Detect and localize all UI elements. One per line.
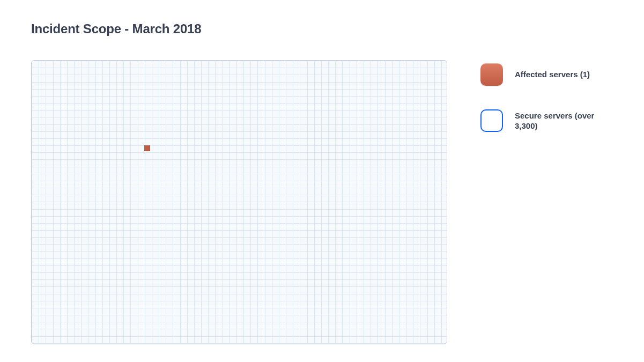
legend-swatch-secure bbox=[480, 109, 503, 132]
legend-swatch-affected bbox=[480, 63, 503, 86]
server-grid bbox=[31, 60, 447, 344]
affected-server-cell bbox=[144, 145, 150, 151]
legend-item-secure: Secure servers (over 3,300) bbox=[480, 109, 620, 132]
page-title: Incident Scope - March 2018 bbox=[31, 21, 644, 36]
page-root: Incident Scope - March 2018 Affected ser… bbox=[0, 0, 644, 362]
legend-item-affected: Affected servers (1) bbox=[480, 63, 620, 86]
legend-label-secure: Secure servers (over 3,300) bbox=[515, 110, 606, 131]
legend: Affected servers (1) Secure servers (ove… bbox=[480, 63, 620, 156]
legend-label-affected: Affected servers (1) bbox=[515, 69, 590, 80]
